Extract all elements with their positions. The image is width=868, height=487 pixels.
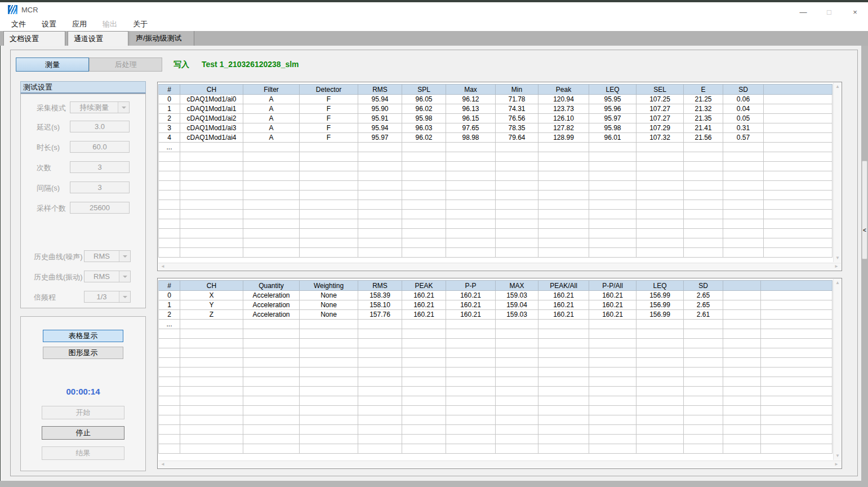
- table-cell: [761, 329, 833, 339]
- table-cell: [684, 171, 723, 181]
- vertical-scrollbar[interactable]: ▲ ▼: [833, 83, 841, 262]
- table-cell: [589, 152, 636, 162]
- table-cell: [684, 181, 723, 191]
- table-cell: [684, 415, 723, 425]
- table-cell: [243, 406, 300, 415]
- table-cell: [761, 406, 833, 415]
- table-cell: [180, 348, 243, 358]
- table-cell: [538, 406, 589, 415]
- table-display-button[interactable]: 表格显示: [43, 330, 123, 342]
- settings-field-dropdown[interactable]: 持续测量: [70, 101, 130, 113]
- table-cell: [243, 210, 300, 219]
- table-cell: [496, 358, 538, 368]
- table-cell: [589, 435, 636, 444]
- tab-channel-settings[interactable]: 通道设置: [68, 31, 128, 46]
- settings-field-input[interactable]: 25600: [70, 202, 130, 214]
- table-cell: [538, 387, 589, 396]
- table-cell: [300, 406, 358, 415]
- graph-display-button[interactable]: 图形显示: [43, 347, 123, 359]
- column-header: RMS: [358, 85, 402, 95]
- start-button[interactable]: 开始: [42, 406, 124, 419]
- column-header: Detector: [300, 85, 358, 95]
- table-cell: [761, 387, 833, 396]
- table-cell: [496, 152, 538, 162]
- table-cell: [538, 444, 589, 454]
- chevron-down-icon[interactable]: [119, 271, 130, 282]
- scroll-up-icon[interactable]: ▲: [835, 85, 840, 89]
- settings-field-input[interactable]: 3.0: [70, 121, 130, 132]
- table-cell: [159, 191, 180, 200]
- table-cell: [764, 171, 833, 181]
- table-cell: [684, 191, 723, 200]
- table-row: 2ZAccelerationNone157.76160.21160.21159.…: [159, 310, 833, 320]
- settings-field-label: 延迟(s): [37, 122, 60, 132]
- table-cell: [300, 358, 358, 368]
- menu-file[interactable]: 文件: [3, 17, 34, 31]
- measure-button[interactable]: 测量: [16, 57, 89, 72]
- table-cell: [723, 191, 764, 200]
- table-cell: [402, 248, 446, 258]
- chevron-down-icon[interactable]: [119, 251, 130, 262]
- table-cell: [300, 348, 358, 358]
- table-cell: 158.39: [358, 291, 402, 300]
- horizontal-scrollbar[interactable]: ◄ ►: [158, 461, 841, 468]
- table-cell: 95.96: [589, 104, 636, 114]
- tab-sound-vibration-test[interactable]: 声/振动级测试: [130, 31, 194, 46]
- scroll-down-icon[interactable]: ▼: [835, 256, 840, 260]
- empty-row: [159, 248, 833, 258]
- settings-field-dropdown[interactable]: RMS: [84, 250, 131, 262]
- collapse-left-icon[interactable]: <: [862, 227, 867, 233]
- table-cell: [402, 329, 446, 339]
- table-cell: [446, 219, 496, 229]
- table-cell: [300, 368, 358, 377]
- table-cell: [446, 181, 496, 191]
- horizontal-scrollbar[interactable]: ◄ ►: [158, 263, 841, 270]
- scroll-right-icon[interactable]: ►: [834, 462, 839, 467]
- vertical-scrollbar[interactable]: ▲ ▼: [833, 279, 841, 460]
- table-cell: [761, 396, 833, 406]
- table-cell: [764, 123, 833, 133]
- postprocess-button[interactable]: 后处理: [89, 57, 162, 72]
- scroll-left-icon[interactable]: ◄: [161, 462, 165, 467]
- table-cell: [764, 200, 833, 210]
- table-cell: [589, 181, 636, 191]
- table-cell: 159.03: [496, 291, 538, 300]
- menu-about[interactable]: 关于: [125, 17, 155, 31]
- scroll-left-icon[interactable]: ◄: [161, 264, 165, 269]
- table-cell: [538, 210, 589, 219]
- table-cell: [358, 248, 402, 258]
- empty-row: [159, 229, 833, 238]
- table-cell: 0: [159, 291, 180, 300]
- settings-field-input[interactable]: 60.0: [70, 141, 130, 153]
- table-cell: [243, 320, 300, 329]
- chevron-down-icon[interactable]: [119, 291, 130, 302]
- table-cell: [446, 415, 496, 425]
- settings-field-input[interactable]: 3: [70, 181, 130, 193]
- menu-application[interactable]: 应用: [64, 17, 95, 31]
- table-cell: [636, 191, 684, 200]
- table-cell: [723, 300, 761, 310]
- table-cell: 0.05: [723, 114, 764, 123]
- chevron-down-icon[interactable]: [118, 102, 129, 113]
- settings-field-dropdown[interactable]: 1/3: [84, 291, 131, 303]
- table-cell: [402, 181, 446, 191]
- settings-field-dropdown[interactable]: RMS: [84, 271, 131, 282]
- table-cell: [446, 339, 496, 348]
- table-cell: cDAQ1Mod1/ai0: [180, 95, 243, 104]
- scroll-up-icon[interactable]: ▲: [835, 281, 840, 285]
- side-panel-collapse-handle[interactable]: [862, 161, 867, 259]
- menu-output[interactable]: 输出: [95, 17, 125, 31]
- column-header: SEL: [636, 85, 684, 95]
- column-header: #: [159, 85, 180, 95]
- table-cell: [446, 248, 496, 258]
- menu-settings[interactable]: 设置: [34, 17, 64, 31]
- scroll-right-icon[interactable]: ►: [834, 264, 839, 269]
- column-header: Weighting: [300, 281, 358, 291]
- result-button[interactable]: 结果: [42, 446, 124, 460]
- tab-document-settings[interactable]: 文档设置: [3, 31, 65, 46]
- stop-button[interactable]: 停止: [42, 426, 124, 440]
- scroll-down-icon[interactable]: ▼: [835, 454, 840, 458]
- table-cell: [764, 143, 833, 152]
- settings-field-input[interactable]: 3: [70, 161, 130, 173]
- table-cell: [159, 348, 180, 358]
